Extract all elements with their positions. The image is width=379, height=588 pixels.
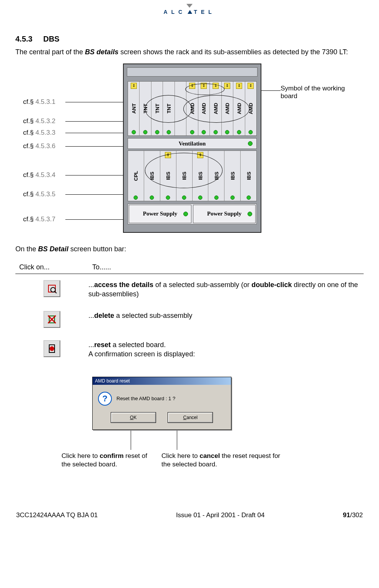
doc-ref: 3CC12424AAAA TQ BJA 01 <box>16 511 98 519</box>
power-supply-right: Power Supply <box>193 205 256 223</box>
table-row: ...access the details of a selected sub-… <box>15 274 364 305</box>
rack-slot: ANT⇕ <box>128 82 139 135</box>
working-board-symbol-icon: ⇕ <box>201 83 207 89</box>
rack-slot: IBS <box>144 151 160 201</box>
rack-slot: IBS <box>240 151 256 201</box>
rack-figure: cf.§ 4.5.3.1 cf.§ 4.5.3.2 cf.§ 4.5.3.3 c… <box>15 63 364 241</box>
slot-led-icon <box>182 195 186 200</box>
slot-led-icon <box>214 195 218 200</box>
working-board-symbol-icon: ⇕ <box>165 152 171 158</box>
rack-slot: AMD⇕ <box>186 82 198 135</box>
callout-4533: cf.§ 4.5.3.3 <box>23 129 55 137</box>
delete-icon[interactable] <box>43 311 60 328</box>
rack-top-bar <box>127 67 258 77</box>
intro-paragraph: The central part of the BS details scree… <box>15 47 364 57</box>
ps-led-icon <box>183 212 188 216</box>
slot-led-icon <box>237 130 241 134</box>
svg-rect-0 <box>48 285 55 292</box>
table-header: Click on... To...... <box>15 261 364 274</box>
working-board-symbol-icon: ⇕ <box>248 83 254 89</box>
ok-button[interactable]: OK <box>111 413 156 423</box>
callout-cancel: Click here to cancel the reset request f… <box>161 452 284 469</box>
reset-icon[interactable] <box>43 340 60 357</box>
slot-led-icon <box>166 195 170 200</box>
rack-power-row: Power Supply Power Supply <box>128 204 257 224</box>
slot-led-icon <box>143 130 148 134</box>
brand-logo: ALCTEL <box>163 9 215 15</box>
col-click-on: Click on... <box>15 263 92 271</box>
slot-led-icon <box>155 130 159 134</box>
working-board-symbol-icon: ⇕ <box>224 83 230 89</box>
slot-led-icon <box>131 130 136 134</box>
callout-4531: cf.§ 4.5.3.1 <box>23 98 55 106</box>
slot-led-icon <box>134 195 138 200</box>
section-number: 4.5.3 <box>15 35 32 43</box>
ps-led-icon <box>248 212 252 216</box>
page-header: ALCTEL <box>15 0 364 15</box>
rack-slot: AMD⇕ <box>221 82 233 135</box>
details-icon[interactable] <box>43 280 60 297</box>
rack-ventilation: Ventilation <box>128 138 257 149</box>
power-supply-left: Power Supply <box>129 205 191 223</box>
action-table: Click on... To...... ...access the detai… <box>15 261 364 365</box>
callout-confirm: Click here to confirm reset of the selec… <box>62 452 154 469</box>
logo-right: TEL <box>194 9 215 15</box>
logo-triangle-icon <box>186 4 193 8</box>
rack-slot: IBS <box>224 151 240 201</box>
callout-4532: cf.§ 4.5.3.2 <box>23 117 55 125</box>
slot-led-icon <box>190 130 194 134</box>
rack-slot: AMD⇕ <box>233 82 244 135</box>
working-board-symbol-icon: ⇕ <box>197 152 203 158</box>
row-desc-delete: ...delete a selected sub-assembly <box>88 311 364 328</box>
rack-slot: TNT <box>151 82 163 135</box>
callout-4537: cf.§ 4.5.3.7 <box>23 215 55 223</box>
rack-slot: IBS <box>208 151 224 201</box>
callout-4536: cf.§ 4.5.3.6 <box>23 142 55 150</box>
row-desc-reset: ...reset a selected board. A confirmatio… <box>88 340 364 359</box>
dialog-message: Reset the AMD board : 1 ? <box>116 396 175 401</box>
rack-slot: AMD⇕ <box>198 82 209 135</box>
rack-shelf-top: ANT⇕TNTTNTTNTAMD⇕AMD⇕AMD⇕AMD⇕AMD⇕AMD⇕ <box>128 81 257 136</box>
slot-led-icon <box>213 130 218 134</box>
working-board-symbol-icon: ⇕ <box>131 83 137 89</box>
rack-shelf-bottom: CPLIBSIBS⇕IBSIBS⇕IBSIBSIBS <box>128 150 257 201</box>
dialog-figure: AMD board reset ? Reset the AMD board : … <box>15 377 364 484</box>
page-number: 91/302 <box>343 511 363 519</box>
section-title: DBS <box>43 35 59 43</box>
cancel-button[interactable]: Cancel <box>168 413 213 423</box>
rack-slot: CPL <box>128 151 144 201</box>
rack-slot: AMD⇕ <box>209 82 221 135</box>
rack-slot: IBS⇕ <box>192 151 208 201</box>
slot-led-icon <box>246 195 251 200</box>
rack-slot: AMD⇕ <box>245 82 256 135</box>
svg-point-7 <box>50 346 54 351</box>
working-board-symbol-icon: ⇕ <box>236 83 242 89</box>
row-desc-details: ...access the details of a selected sub-… <box>88 280 364 299</box>
slot-led-icon <box>150 195 154 200</box>
slot-led-icon <box>167 130 171 134</box>
vent-led-icon <box>248 141 253 146</box>
working-board-symbol-icon: ⇕ <box>213 83 219 89</box>
callout-4534: cf.§ 4.5.3.4 <box>23 171 55 179</box>
slot-led-icon <box>225 130 229 134</box>
page-footer: 3CC12424AAAA TQ BJA 01 Issue 01 - April … <box>15 484 364 531</box>
rack-slot: TNT <box>139 82 151 135</box>
rack-slot: IBS⇕ <box>160 151 176 201</box>
rack-slot: TNT <box>163 82 174 135</box>
logo-mid-triangle-icon <box>188 10 192 14</box>
col-to: To...... <box>92 263 364 271</box>
logo-left: ALC <box>163 9 186 15</box>
table-row: ...delete a selected sub-assembly <box>15 305 364 334</box>
section-heading: 4.5.3DBS <box>15 35 364 43</box>
slot-led-icon <box>249 130 253 134</box>
slot-led-icon <box>230 195 234 200</box>
rack-diagram: ANT⇕TNTTNTTNTAMD⇕AMD⇕AMD⇕AMD⇕AMD⇕AMD⇕ Ve… <box>123 63 261 233</box>
question-icon: ? <box>98 392 112 406</box>
callout-working-board: Symbol of the working board <box>281 85 346 100</box>
slot-led-icon <box>202 130 206 134</box>
table-row: ...reset a selected board. A confirmatio… <box>15 334 364 365</box>
reset-dialog: AMD board reset ? Reset the AMD board : … <box>92 377 231 430</box>
button-bar-intro: On the BS Detail screen button bar: <box>15 244 364 254</box>
issue-info: Issue 01 - April 2001 - Draft 04 <box>176 511 265 519</box>
dialog-title: AMD board reset <box>93 377 231 385</box>
